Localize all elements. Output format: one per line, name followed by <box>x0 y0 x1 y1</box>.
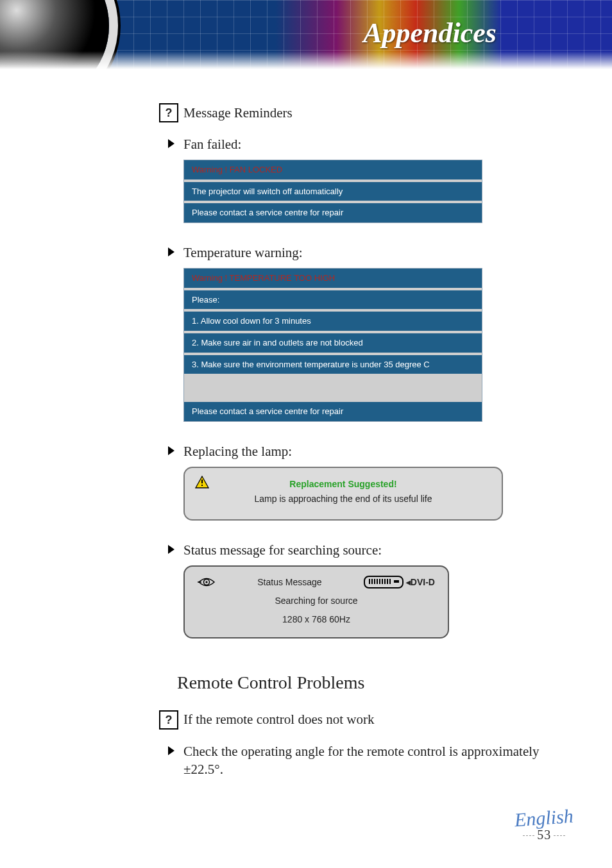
svg-rect-1 <box>201 480 203 483</box>
projector-eye-icon <box>198 576 216 588</box>
section-title: If the remote control does not work <box>183 710 374 728</box>
item-label: Replacing the lamp: <box>183 442 292 460</box>
item-status-message: Status message for searching source: Sta… <box>168 541 574 638</box>
footer-language: English <box>514 805 574 831</box>
lamp-message-box: Replacement Suggested! Lamp is approachi… <box>183 467 503 521</box>
question-icon: ? <box>159 710 178 730</box>
temp-message-box: Warning ! TEMPERATURE TOO HIGH Please: 1… <box>183 268 482 421</box>
status-message-box: Status Message ◂DVI-D Searching for sour… <box>183 565 449 638</box>
page-footer: English 53 <box>514 807 574 842</box>
remote-bullet-row: Check the operating angle for the remote… <box>168 742 574 779</box>
port-label: DVI-D <box>411 576 435 588</box>
item-label: Fan failed: <box>183 135 241 153</box>
fan-message-box: Warning ! FAN LOCKED The projector will … <box>183 160 482 223</box>
bullet-icon <box>168 247 174 256</box>
temp-step-line: 2. Make sure air in and outlets are not … <box>184 333 482 353</box>
temp-warning-line: Warning ! TEMPERATURE TOO HIGH <box>184 269 482 288</box>
bullet-icon <box>168 139 174 148</box>
fan-info-line: The projector will switch off automatica… <box>184 182 482 201</box>
status-resolution: 1280 x 768 60Hz <box>198 613 435 626</box>
bullet-icon <box>168 446 174 455</box>
section-message-reminders: ? Message Reminders <box>159 103 574 122</box>
bullet-icon <box>168 545 174 554</box>
section-heading-remote: Remote Control Problems <box>177 671 574 695</box>
svg-point-4 <box>205 581 207 583</box>
lamp-sub-line: Lamp is approaching the end of its usefu… <box>198 493 489 505</box>
question-icon: ? <box>159 103 178 122</box>
warning-triangle-icon <box>195 476 209 488</box>
temp-step-line: 3. Make sure the environment temperature… <box>184 355 482 374</box>
banner-title: Appendices <box>363 17 497 49</box>
item-replacing-lamp: Replacing the lamp: Replacement Suggeste… <box>168 442 574 521</box>
item-label: Temperature warning: <box>183 244 303 262</box>
temp-step-line: 1. Allow cool down for 3 minutes <box>184 312 482 331</box>
connector-icon <box>364 576 404 588</box>
fan-warning-line: Warning ! FAN LOCKED <box>184 160 482 179</box>
banner-fade <box>0 51 612 69</box>
page-content: ? Message Reminders Fan failed: Warning … <box>159 99 574 785</box>
port-indicator: ◂DVI-D <box>364 576 435 588</box>
section-title: Message Reminders <box>183 104 293 122</box>
item-fan-failed: Fan failed: Warning ! FAN LOCKED The pro… <box>168 135 574 223</box>
fan-info-line: Please contact a service centre for repa… <box>184 203 482 222</box>
svg-rect-2 <box>201 485 203 486</box>
item-temperature-warning: Temperature warning: Warning ! TEMPERATU… <box>168 244 574 422</box>
status-heading: Status Message <box>257 576 321 588</box>
temp-please-line: Please: <box>184 290 482 310</box>
section-remote-not-work: ? If the remote control does not work <box>159 710 574 730</box>
status-line: Searching for source <box>198 595 435 607</box>
lamp-title-line: Replacement Suggested! <box>198 478 489 490</box>
item-label: Status message for searching source: <box>183 541 382 559</box>
bullet-icon <box>168 746 174 755</box>
remote-bullet-text: Check the operating angle for the remote… <box>183 742 574 779</box>
temp-contact-line: Please contact a service centre for repa… <box>184 402 482 421</box>
header-banner: Appendices <box>0 0 612 69</box>
